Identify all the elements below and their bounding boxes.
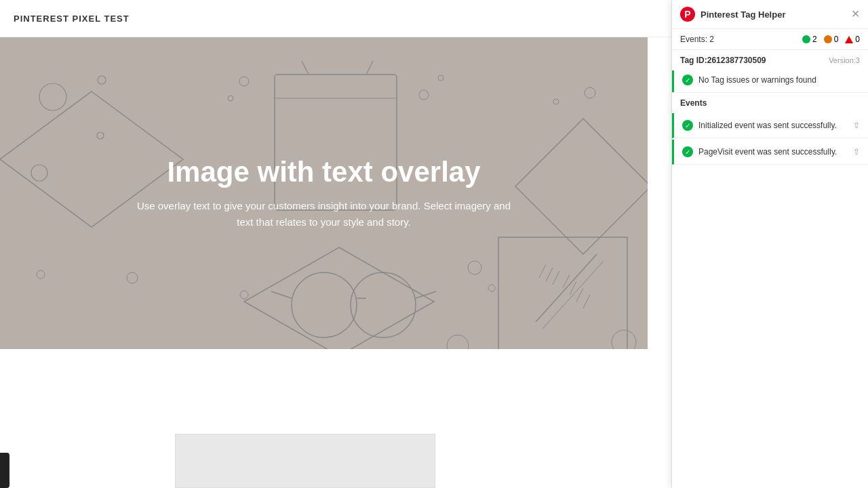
- chevron-up-icon-1: ⇧: [853, 147, 860, 157]
- pth-event-text-1: PageVisit event was sent successfully.: [698, 147, 837, 157]
- pth-event-left-1: ✓ PageVisit event was sent successfully.: [682, 146, 837, 157]
- pth-orange-count: 0: [824, 35, 839, 44]
- pth-event-left-0: ✓ Initialized event was sent successfull…: [682, 120, 837, 131]
- hero-overlay: Image with text overlay Use overlay text…: [0, 37, 648, 349]
- pth-status-text: No Tag issues or warnings found: [698, 75, 816, 85]
- green-count-value: 2: [812, 35, 817, 44]
- event-check-icon-1: ✓: [682, 146, 693, 157]
- site-title: PINTEREST PIXEL TEST: [14, 14, 130, 24]
- pth-events-bar: Events: 2 2 0 0: [672, 29, 868, 50]
- pinterest-logo-icon: P: [680, 7, 695, 22]
- orange-dot-icon: [824, 35, 832, 43]
- pth-tag-status-row: ✓ No Tag issues or warnings found: [672, 70, 868, 92]
- pth-header-left: P Pinterest Tag Helper: [680, 7, 785, 22]
- pth-green-count: 2: [802, 35, 817, 44]
- pth-panel: P Pinterest Tag Helper ✕ Events: 2 2 0 0…: [671, 0, 868, 488]
- pth-events-section: Events ✓ Initialized event was sent succ…: [672, 93, 868, 488]
- red-triangle-icon: [845, 36, 853, 43]
- pth-events-heading: Events: [672, 93, 868, 113]
- chevron-up-icon-0: ⇧: [853, 121, 860, 130]
- pth-red-count: 0: [845, 35, 860, 44]
- pth-close-button[interactable]: ✕: [851, 9, 860, 20]
- pth-event-item-0[interactable]: ✓ Initialized event was sent successfull…: [672, 113, 868, 138]
- pth-title: Pinterest Tag Helper: [701, 9, 785, 20]
- hero-section: Image with text overlay Use overlay text…: [0, 37, 648, 349]
- pth-tag-section: Tag ID:2612387730509 Version:3 ✓ No Tag …: [672, 50, 868, 93]
- pth-events-count-label: Events: 2: [680, 35, 714, 44]
- orange-count-value: 0: [834, 35, 839, 44]
- left-edge-element: [0, 453, 9, 488]
- red-count-value: 0: [855, 35, 860, 44]
- pth-header: P Pinterest Tag Helper ✕: [672, 0, 868, 29]
- pth-tag-version: Version:3: [829, 56, 860, 64]
- hero-title: Image with text overlay: [167, 156, 480, 188]
- pth-event-text-0: Initialized event was sent successfully.: [698, 121, 837, 130]
- green-dot-icon: [802, 35, 810, 43]
- pth-event-item-1[interactable]: ✓ PageVisit event was sent successfully.…: [672, 140, 868, 165]
- hero-subtitle: Use overlay text to give your customers …: [134, 198, 514, 230]
- bottom-image-placeholder: [175, 434, 435, 488]
- event-check-icon-0: ✓: [682, 120, 693, 131]
- pth-tag-header: Tag ID:2612387730509 Version:3: [672, 50, 868, 70]
- green-check-icon: ✓: [682, 75, 693, 85]
- pth-counts: 2 0 0: [802, 35, 860, 44]
- pth-tag-id: Tag ID:2612387730509: [680, 56, 766, 65]
